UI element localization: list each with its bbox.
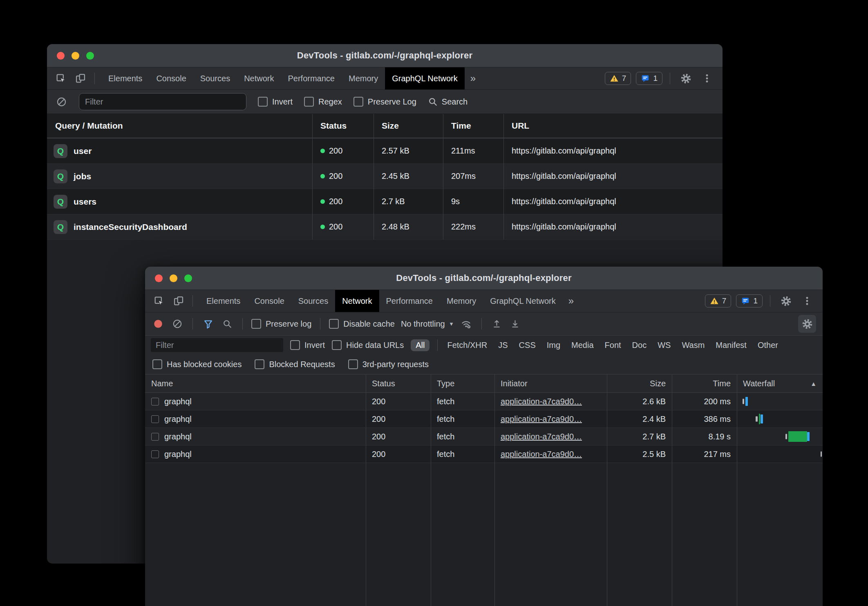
type-filter-doc[interactable]: Doc <box>631 339 649 351</box>
type-filter-other[interactable]: Other <box>756 339 780 351</box>
network-filter-input[interactable] <box>151 338 283 352</box>
tab-performance[interactable]: Performance <box>379 290 440 312</box>
column-header-initiator[interactable]: Initiator <box>494 379 607 388</box>
column-header-size[interactable]: Size <box>607 379 672 388</box>
tab-graphql-network[interactable]: GraphQL Network <box>483 290 562 312</box>
invert-checkbox[interactable]: Invert <box>290 340 325 350</box>
type-filter-img[interactable]: Img <box>545 339 562 351</box>
import-har-icon[interactable] <box>490 316 503 332</box>
initiator-link[interactable]: application-a7ca9d0… <box>501 432 582 441</box>
type-filter-js[interactable]: JS <box>497 339 509 351</box>
type-filter-all[interactable]: All <box>411 339 430 351</box>
zoom-window-button[interactable] <box>184 274 192 282</box>
more-options-icon[interactable] <box>799 293 815 309</box>
minimize-window-button[interactable] <box>170 274 177 282</box>
disable-cache-checkbox[interactable]: Disable cache <box>329 319 395 329</box>
device-toolbar-icon[interactable] <box>72 70 89 87</box>
tab-elements[interactable]: Elements <box>101 67 149 89</box>
settings-gear-icon[interactable] <box>778 293 794 309</box>
inspect-element-icon[interactable] <box>151 293 167 309</box>
query-row[interactable]: Qusers 200 2.7 kB 9s https://gitlab.com/… <box>47 189 723 214</box>
title-bar[interactable]: DevTools - gitlab.com/-/graphql-explorer <box>145 267 823 290</box>
type-filter-wasm[interactable]: Wasm <box>680 339 706 351</box>
export-har-icon[interactable] <box>509 316 521 332</box>
warnings-badge[interactable]: 7 <box>705 294 732 307</box>
clear-icon[interactable] <box>171 316 184 332</box>
type-filter-ws[interactable]: WS <box>656 339 672 351</box>
column-header-waterfall[interactable]: Waterfall ▲ <box>737 379 823 388</box>
type-filter-media[interactable]: Media <box>570 339 595 351</box>
column-header-type[interactable]: Type <box>431 379 494 388</box>
column-header-size[interactable]: Size <box>374 121 443 131</box>
column-header-status[interactable]: Status <box>312 121 374 131</box>
row-checkbox[interactable] <box>151 433 159 441</box>
regex-checkbox[interactable]: Regex <box>304 97 342 107</box>
warnings-badge[interactable]: 7 <box>605 72 631 85</box>
preserve-log-checkbox[interactable]: Preserve Log <box>353 97 416 107</box>
settings-gear-icon[interactable] <box>678 70 694 87</box>
type-filter-manifest[interactable]: Manifest <box>714 339 748 351</box>
type-filter-fetch-xhr[interactable]: Fetch/XHR <box>445 339 489 351</box>
graphql-filter-input[interactable] <box>79 93 246 110</box>
filter-funnel-icon[interactable] <box>201 316 215 332</box>
zoom-window-button[interactable] <box>86 52 94 60</box>
tab-memory[interactable]: Memory <box>440 290 483 312</box>
close-window-button[interactable] <box>57 52 65 60</box>
hide-data-urls-checkbox[interactable]: Hide data URLs <box>332 340 404 350</box>
column-header-time[interactable]: Time <box>672 379 737 388</box>
tab-console[interactable]: Console <box>149 67 193 89</box>
column-header-query[interactable]: Query / Mutation <box>47 121 312 131</box>
search-icon[interactable] <box>221 316 234 332</box>
preserve-log-checkbox[interactable]: Preserve log <box>251 319 311 329</box>
column-header-status[interactable]: Status <box>366 379 431 388</box>
more-tabs-chevron-icon[interactable]: » <box>563 290 579 312</box>
search-control[interactable]: Search <box>428 97 468 107</box>
column-header-name[interactable]: Name <box>145 379 366 388</box>
initiator-link[interactable]: application-a7ca9d0… <box>501 414 582 423</box>
request-row[interactable]: graphql 200 fetch application-a7ca9d0… 2… <box>145 393 823 410</box>
request-row[interactable]: graphql 200 fetch application-a7ca9d0… 2… <box>145 428 823 446</box>
request-row[interactable]: graphql 200 fetch application-a7ca9d0… 2… <box>145 446 823 463</box>
more-tabs-chevron-icon[interactable]: » <box>465 67 481 89</box>
network-conditions-icon[interactable] <box>459 316 473 332</box>
tab-performance[interactable]: Performance <box>281 67 342 89</box>
issues-count: 1 <box>653 74 658 83</box>
row-checkbox[interactable] <box>151 398 159 405</box>
invert-checkbox[interactable]: Invert <box>258 97 293 107</box>
tab-sources[interactable]: Sources <box>193 67 237 89</box>
column-header-url[interactable]: URL <box>503 121 723 131</box>
device-toolbar-icon[interactable] <box>170 293 187 309</box>
issues-badge[interactable]: 1 <box>636 72 662 85</box>
column-header-time[interactable]: Time <box>443 121 503 131</box>
record-network-log-icon[interactable] <box>152 316 165 332</box>
issues-badge[interactable]: 1 <box>736 294 763 307</box>
row-checkbox[interactable] <box>151 415 159 423</box>
query-row[interactable]: QinstanceSecurityDashboard 200 2.48 kB 2… <box>47 214 723 240</box>
query-row[interactable]: Qjobs 200 2.45 kB 207ms https://gitlab.c… <box>47 164 723 189</box>
tab-memory[interactable]: Memory <box>342 67 385 89</box>
request-row[interactable]: graphql 200 fetch application-a7ca9d0… 2… <box>145 410 823 428</box>
row-checkbox[interactable] <box>151 450 159 458</box>
more-options-icon[interactable] <box>699 70 715 87</box>
initiator-link[interactable]: application-a7ca9d0… <box>501 397 582 406</box>
blocked-requests-checkbox[interactable]: Blocked Requests <box>255 359 335 369</box>
type-filter-css[interactable]: CSS <box>517 339 537 351</box>
tab-sources[interactable]: Sources <box>291 290 335 312</box>
tab-network[interactable]: Network <box>335 290 379 312</box>
inspect-element-icon[interactable] <box>53 70 69 87</box>
tab-elements[interactable]: Elements <box>199 290 247 312</box>
tab-console[interactable]: Console <box>247 290 291 312</box>
network-settings-gear-button[interactable] <box>798 315 816 333</box>
title-bar[interactable]: DevTools - gitlab.com/-/graphql-explorer <box>47 44 723 67</box>
minimize-window-button[interactable] <box>72 52 79 60</box>
clear-icon[interactable] <box>55 94 67 110</box>
query-row[interactable]: Quser 200 2.57 kB 211ms https://gitlab.c… <box>47 138 723 164</box>
throttling-select[interactable]: No throttling ▾ <box>401 319 453 329</box>
tab-graphql-network[interactable]: GraphQL Network <box>385 67 464 89</box>
close-window-button[interactable] <box>155 274 163 282</box>
type-filter-font[interactable]: Font <box>603 339 623 351</box>
tab-network[interactable]: Network <box>237 67 281 89</box>
has-blocked-cookies-checkbox[interactable]: Has blocked cookies <box>152 359 242 369</box>
third-party-requests-checkbox[interactable]: 3rd-party requests <box>348 359 429 369</box>
initiator-link[interactable]: application-a7ca9d0… <box>501 450 582 459</box>
